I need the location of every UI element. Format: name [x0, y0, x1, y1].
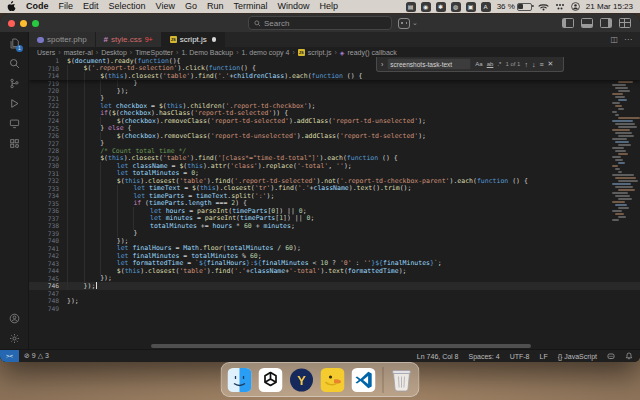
code-line-738[interactable]: 738totalMinutes += hours * 60 + minutes; — [29, 222, 640, 230]
accounts-icon[interactable] — [6, 311, 22, 326]
cursor-position[interactable]: Ln 746, Col 8 — [412, 353, 464, 360]
horizontal-scrollbar[interactable] — [151, 344, 531, 348]
split-editor-icon[interactable]: ◫ — [610, 35, 618, 44]
code-line-737[interactable]: 737let minutes = parseInt(timeParts[1]) … — [29, 215, 640, 223]
line-number[interactable]: 1 — [29, 57, 67, 64]
line-number[interactable]: 722 — [29, 102, 67, 109]
line-number[interactable]: 740 — [29, 237, 67, 244]
line-number[interactable]: 731 — [29, 170, 67, 177]
line-number[interactable]: 736 — [29, 207, 67, 214]
line-number[interactable]: 735 — [29, 200, 67, 207]
minimize-window-button[interactable] — [20, 20, 27, 27]
line-number[interactable]: 721 — [29, 95, 67, 102]
dock-icon-finder[interactable] — [228, 368, 252, 392]
remote-explorer-icon[interactable] — [6, 116, 22, 131]
breadcrumb-item[interactable]: TimeSpotter — [135, 49, 173, 56]
menu-item-edit[interactable]: Edit — [83, 0, 99, 13]
line-number[interactable]: 733 — [29, 185, 67, 192]
notifications-bell-icon[interactable] — [620, 352, 640, 360]
explorer-icon[interactable]: 1 — [6, 36, 22, 51]
breadcrumb-item[interactable]: Desktop — [101, 49, 127, 56]
whole-word-icon[interactable]: ab — [487, 61, 494, 67]
line-number[interactable]: 725 — [29, 125, 67, 132]
breadcrumb-item[interactable]: ready() callback — [347, 49, 396, 56]
control-center-icon[interactable] — [555, 3, 565, 11]
tab-script.js[interactable]: JSscript.js — [162, 32, 226, 47]
toggle-primary-sidebar-icon[interactable] — [562, 18, 574, 28]
line-number[interactable]: 728 — [29, 147, 67, 154]
line-number[interactable]: 730 — [29, 162, 67, 169]
line-number[interactable]: 726 — [29, 132, 67, 139]
copilot-menu[interactable]: ⌄ — [398, 18, 418, 29]
wifi-icon[interactable] — [538, 3, 549, 11]
breadcrumb-item[interactable]: Users — [37, 49, 55, 56]
menubar-clock[interactable]: 21 Mar 15:23 — [586, 2, 633, 11]
menubar-status-icon-6[interactable]: A — [481, 2, 491, 12]
line-number[interactable]: 727 — [29, 140, 67, 147]
dock-icon-trash[interactable] — [391, 368, 413, 392]
line-number[interactable]: 743 — [29, 260, 67, 267]
line-number[interactable]: 714 — [29, 72, 67, 79]
code-line-720[interactable]: 720}); — [29, 87, 640, 95]
eol-setting[interactable]: LF — [535, 353, 553, 360]
menubar-status-icon-1[interactable]: ▤ — [406, 2, 416, 12]
more-actions-icon[interactable]: ⋯ — [624, 35, 632, 44]
code-line-747[interactable]: 747 — [29, 290, 640, 298]
breadcrumb-item[interactable]: 1. Demo Backup — [181, 49, 233, 56]
menu-item-terminal[interactable]: Terminal — [233, 0, 267, 13]
command-center-search[interactable]: Search — [248, 16, 392, 30]
copilot-status-icon[interactable] — [602, 352, 620, 360]
line-number[interactable]: 746 — [29, 282, 67, 289]
line-number[interactable]: 723 — [29, 110, 67, 117]
find-next-icon[interactable]: ↓ — [532, 61, 536, 68]
breadcrumb-item[interactable]: script.js — [308, 49, 332, 56]
menu-item-view[interactable]: View — [156, 0, 175, 13]
line-number[interactable]: 748 — [29, 297, 67, 304]
menu-item-selection[interactable]: Selection — [109, 0, 146, 13]
match-case-icon[interactable]: Aa — [475, 61, 482, 67]
close-find-icon[interactable]: ✕ — [548, 60, 554, 68]
menu-item-run[interactable]: Run — [207, 0, 224, 13]
code-line-744[interactable]: 744$(this).closest('table').find('.'+cla… — [29, 267, 640, 275]
language-mode[interactable]: {} JavaScript — [553, 353, 602, 360]
dock-icon-vscode[interactable] — [352, 368, 376, 392]
tab-style.css[interactable]: #style.css9+ — [96, 32, 162, 47]
menubar-status-icon-4[interactable]: ◍ — [451, 2, 461, 12]
toggle-replace-icon[interactable]: › — [381, 61, 383, 68]
toggle-panel-icon[interactable] — [581, 18, 593, 28]
dock-icon-cyberduck[interactable] — [321, 368, 345, 392]
run-debug-icon[interactable] — [6, 96, 22, 111]
line-number[interactable]: 741 — [29, 245, 67, 252]
dock-icon-y-app[interactable]: Y — [290, 368, 314, 392]
customize-layout-icon[interactable] — [619, 18, 631, 28]
close-window-button[interactable] — [8, 20, 15, 27]
line-number[interactable]: 719 — [29, 80, 67, 87]
breadcrumb-item[interactable]: master-al — [64, 49, 93, 56]
tab-spotter.php[interactable]: spotter.php — [29, 32, 96, 47]
menubar-status-icon-3[interactable]: ✱ — [436, 2, 446, 12]
code-line-736[interactable]: 736let hours = parseInt(timeParts[0]) ||… — [29, 207, 640, 215]
source-control-icon[interactable] — [6, 76, 22, 91]
minimap[interactable] — [612, 57, 638, 339]
line-number[interactable]: 738 — [29, 222, 67, 229]
code-line-745[interactable]: 745}); — [29, 275, 640, 283]
line-number[interactable]: 710 — [29, 65, 67, 72]
menu-item-window[interactable]: Window — [277, 0, 309, 13]
code-line-726[interactable]: 726$(checkbox).removeClass('report-td-un… — [29, 132, 640, 140]
line-number[interactable]: 737 — [29, 215, 67, 222]
menu-item-code[interactable]: Code — [26, 0, 49, 13]
find-input[interactable]: screenshots-task-text — [387, 58, 471, 70]
problems-indicator[interactable]: ⊘ 9 △ 3 — [19, 352, 54, 360]
line-number[interactable]: 739 — [29, 230, 67, 237]
code-line-746[interactable]: 746}); — [29, 282, 640, 290]
code-line-733[interactable]: 733let timeText = $(this).closest('tr').… — [29, 185, 640, 193]
line-number[interactable]: 720 — [29, 87, 67, 94]
find-in-selection-icon[interactable]: ≡ — [539, 61, 543, 68]
line-number[interactable]: 724 — [29, 117, 67, 124]
settings-gear-icon[interactable] — [6, 331, 22, 346]
code-line-714[interactable]: 714$(this).closest('table').find('.'+chi… — [29, 72, 640, 80]
toggle-secondary-sidebar-icon[interactable] — [600, 18, 612, 28]
encoding-setting[interactable]: UTF-8 — [505, 353, 535, 360]
find-previous-icon[interactable]: ↑ — [524, 61, 528, 68]
line-number[interactable]: 744 — [29, 267, 67, 274]
